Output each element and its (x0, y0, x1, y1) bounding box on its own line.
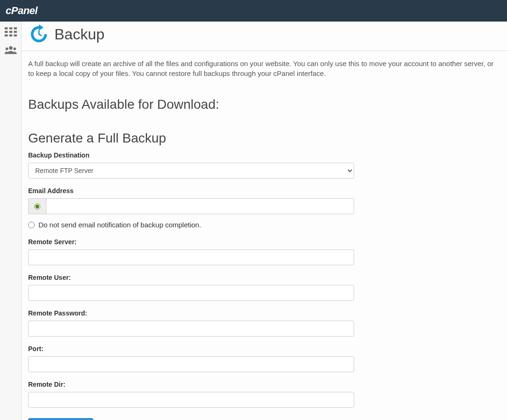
remote-server-input[interactable] (28, 249, 354, 265)
email-address-input[interactable] (46, 198, 354, 214)
sidebar (0, 22, 22, 420)
email-radio-addon (28, 198, 46, 214)
no-email-radio[interactable] (28, 222, 35, 228)
email-address-label: Email Address (28, 187, 376, 195)
brand-logo[interactable]: cPanel (6, 5, 38, 17)
remote-user-label: Remote User: (28, 274, 376, 281)
main-content: Backup A full backup will create an arch… (22, 22, 507, 420)
svg-rect-8 (14, 34, 17, 36)
svg-rect-0 (5, 27, 8, 29)
remote-server-label: Remote Server: (28, 238, 376, 246)
available-backups-heading: Backups Available for Download: (28, 97, 376, 112)
svg-rect-4 (9, 31, 12, 33)
remote-dir-input[interactable] (28, 392, 354, 408)
top-bar: cPanel (0, 0, 507, 22)
generate-backup-heading: Generate a Full Backup (28, 131, 376, 146)
port-input[interactable] (28, 356, 354, 372)
generate-backup-button[interactable]: Generate Backup (28, 418, 93, 420)
backup-destination-label: Backup Destination (28, 151, 376, 159)
no-email-radio-label: Do not send email notification of backup… (38, 221, 201, 229)
svg-point-9 (9, 46, 12, 50)
remote-dir-label: Remote Dir: (28, 381, 376, 388)
svg-rect-5 (14, 31, 17, 33)
page-header: Backup (22, 22, 507, 51)
remote-password-label: Remote Password: (28, 309, 376, 317)
svg-rect-6 (5, 34, 8, 36)
grid-apps-icon[interactable] (5, 27, 17, 37)
page-description: A full backup will create an archive of … (22, 51, 507, 78)
svg-point-11 (13, 47, 16, 50)
svg-rect-2 (14, 27, 17, 29)
svg-rect-7 (9, 34, 12, 36)
send-email-radio[interactable] (34, 203, 40, 210)
backup-destination-select[interactable]: Remote FTP Server (28, 163, 354, 179)
remote-user-input[interactable] (28, 285, 354, 301)
backup-clock-icon (28, 23, 50, 45)
page-title: Backup (54, 26, 105, 43)
port-label: Port: (28, 345, 376, 352)
svg-rect-1 (9, 27, 12, 29)
users-icon[interactable] (5, 45, 17, 54)
remote-password-input[interactable] (28, 321, 354, 337)
svg-rect-3 (5, 31, 8, 33)
svg-point-10 (5, 47, 8, 50)
